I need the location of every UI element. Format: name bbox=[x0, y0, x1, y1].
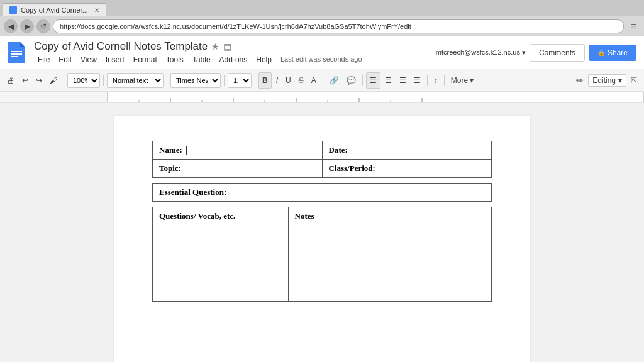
browser-tab[interactable]: Copy of Avid Corner... ✕ bbox=[3, 3, 106, 16]
share-icon: 🔒 bbox=[597, 49, 605, 56]
topic-label: Topic: bbox=[159, 163, 181, 173]
user-email[interactable]: mtcreech@wsfcs.k12.nc.us ▾ bbox=[436, 48, 526, 57]
link-btn[interactable]: 🔗 bbox=[326, 72, 342, 89]
docs-logo-area bbox=[8, 42, 25, 63]
class-period-cell[interactable]: Class/Period: bbox=[322, 160, 492, 178]
eq-cell[interactable]: Essential Question: bbox=[153, 184, 492, 202]
share-btn[interactable]: 🔒 Share bbox=[589, 45, 636, 61]
menu-view[interactable]: View bbox=[77, 54, 101, 65]
strikethrough-btn[interactable]: S bbox=[296, 72, 307, 89]
collapse-sidebar-btn[interactable]: ⇱ bbox=[628, 72, 640, 89]
address-input[interactable] bbox=[53, 19, 624, 33]
doc-area: Name: Date: Topic: Class/Period: bbox=[0, 103, 644, 362]
editing-label: Editing bbox=[592, 76, 616, 85]
notes-content-cell[interactable] bbox=[288, 226, 491, 302]
questions-header: Questions/ Vocab, etc. bbox=[159, 211, 235, 221]
separator-9 bbox=[444, 75, 445, 86]
nav-refresh-btn[interactable]: ↺ bbox=[36, 19, 50, 33]
notes-header-row: Questions/ Vocab, etc. Notes bbox=[153, 207, 492, 226]
browser-frame: Copy of Avid Corner... ✕ ◀ ▶ ↺ ≡ Copy of… bbox=[0, 0, 644, 362]
comment-btn[interactable]: 💬 bbox=[343, 72, 359, 89]
name-label: Name: bbox=[159, 145, 182, 155]
nav-forward-btn[interactable]: ▶ bbox=[20, 19, 34, 33]
size-select[interactable]: 12 bbox=[228, 73, 252, 88]
line-spacing-btn[interactable]: ↕ bbox=[431, 72, 441, 89]
eq-row: Essential Question: bbox=[153, 184, 492, 202]
menu-edit[interactable]: Edit bbox=[55, 54, 75, 65]
menu-format[interactable]: Format bbox=[130, 54, 161, 65]
ruler-svg bbox=[108, 92, 643, 103]
undo-btn[interactable]: ↩ bbox=[19, 72, 31, 89]
align-justify-btn[interactable]: ☰ bbox=[411, 72, 424, 89]
menu-tools[interactable]: Tools bbox=[162, 54, 187, 65]
svg-rect-2 bbox=[11, 51, 22, 52]
separator-7 bbox=[362, 75, 363, 86]
name-cell[interactable]: Name: bbox=[153, 141, 323, 160]
nav-back-btn[interactable]: ◀ bbox=[4, 19, 18, 33]
menu-help[interactable]: Help bbox=[252, 54, 275, 65]
folder-icon[interactable]: ▤ bbox=[223, 41, 231, 52]
header-row-1: Name: Date: bbox=[153, 141, 492, 160]
separator-6 bbox=[323, 75, 323, 86]
separator-1 bbox=[64, 75, 64, 86]
header-row-2: Topic: Class/Period: bbox=[153, 160, 492, 178]
class-period-label: Class/Period: bbox=[329, 163, 375, 173]
menu-addons[interactable]: Add-ons bbox=[216, 54, 252, 65]
font-select[interactable]: Times New... bbox=[170, 73, 221, 88]
comments-btn[interactable]: Comments bbox=[530, 44, 585, 62]
docs-toolbar: 🖨 ↩ ↪ 🖌 100% Normal text Times New... 12… bbox=[0, 69, 644, 92]
separator-5 bbox=[255, 75, 255, 86]
separator-8 bbox=[427, 75, 428, 86]
docs-topbar: Copy of Avid Cornell Notes Template ★ ▤ … bbox=[0, 36, 644, 69]
ruler-inner bbox=[107, 92, 644, 102]
ruler bbox=[0, 92, 644, 103]
menu-file[interactable]: File bbox=[34, 54, 53, 65]
share-label: Share bbox=[608, 48, 628, 57]
print-btn[interactable]: 🖨 bbox=[4, 72, 18, 89]
zoom-select[interactable]: 100% bbox=[67, 73, 100, 88]
separator-2 bbox=[103, 75, 104, 86]
separator-4 bbox=[224, 75, 225, 86]
editing-arrow: ▾ bbox=[618, 76, 622, 85]
star-icon[interactable]: ★ bbox=[211, 41, 219, 52]
pencil-btn[interactable]: ✏ bbox=[573, 72, 587, 89]
notes-header: Notes bbox=[295, 211, 314, 221]
editing-dropdown[interactable]: Editing ▾ bbox=[588, 74, 626, 87]
text-color-btn[interactable]: A bbox=[308, 72, 319, 89]
docs-title-area: Copy of Avid Cornell Notes Template ★ ▤ … bbox=[34, 40, 431, 65]
menu-insert[interactable]: Insert bbox=[102, 54, 128, 65]
eq-table: Essential Question: bbox=[152, 183, 492, 202]
notes-table: Questions/ Vocab, etc. Notes bbox=[152, 207, 492, 302]
align-left-btn[interactable]: ☰ bbox=[366, 72, 380, 89]
notes-header-cell: Notes bbox=[288, 207, 491, 226]
svg-marker-1 bbox=[20, 42, 25, 47]
bold-btn[interactable]: B bbox=[258, 72, 272, 89]
notes-content-row bbox=[153, 226, 492, 302]
date-cell[interactable]: Date: bbox=[322, 141, 492, 160]
svg-rect-4 bbox=[11, 56, 18, 57]
underline-btn[interactable]: U bbox=[282, 72, 294, 89]
doc-page: Name: Date: Topic: Class/Period: bbox=[114, 116, 530, 362]
date-label: Date: bbox=[329, 145, 348, 155]
header-table: Name: Date: Topic: Class/Period: bbox=[152, 141, 492, 178]
paint-format-btn[interactable]: 🖌 bbox=[47, 72, 60, 89]
last-edit-status: Last edit was seconds ago bbox=[277, 54, 366, 65]
tab-title: Copy of Avid Corner... bbox=[21, 6, 88, 14]
italic-btn[interactable]: I bbox=[273, 72, 281, 89]
separator-3 bbox=[167, 75, 167, 86]
redo-btn[interactable]: ↪ bbox=[33, 72, 45, 89]
chrome-menu-btn[interactable]: ≡ bbox=[626, 19, 640, 33]
topic-cell[interactable]: Topic: bbox=[153, 160, 323, 178]
tab-favicon bbox=[9, 6, 17, 14]
menu-table[interactable]: Table bbox=[189, 54, 214, 65]
style-select[interactable]: Normal text bbox=[107, 73, 164, 88]
align-right-btn[interactable]: ☰ bbox=[396, 72, 409, 89]
tab-close-btn[interactable]: ✕ bbox=[94, 7, 99, 14]
docs-logo-icon bbox=[8, 42, 25, 63]
tab-bar: Copy of Avid Corner... ✕ bbox=[0, 0, 644, 16]
eq-label: Essential Question: bbox=[159, 187, 226, 197]
questions-content-cell[interactable] bbox=[153, 226, 289, 302]
more-btn[interactable]: More ▾ bbox=[448, 72, 477, 89]
address-bar-row: ◀ ▶ ↺ ≡ bbox=[0, 16, 644, 36]
align-center-btn[interactable]: ☰ bbox=[382, 72, 395, 89]
